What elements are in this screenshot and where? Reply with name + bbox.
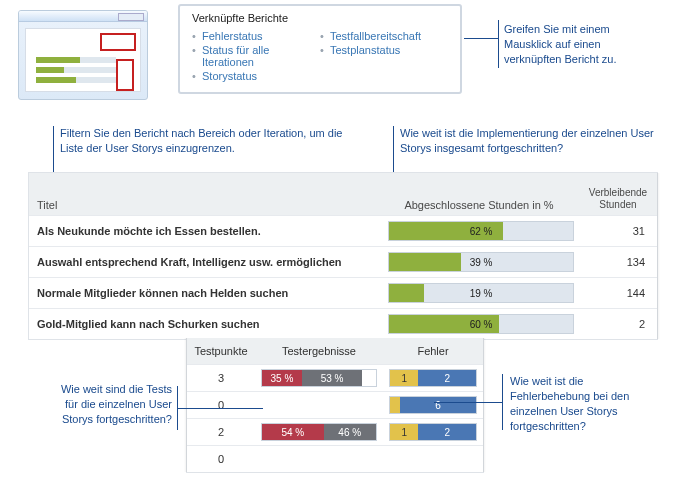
bug-bar: 12 [389,423,477,441]
story-table-header: Titel Abgeschlossene Stunden in % Verble… [29,173,657,215]
linked-report-link[interactable]: Testplanstatus [320,44,448,56]
highlight-table-icon [116,59,134,91]
test-row: 06 [187,391,483,418]
bug-seg [390,397,400,413]
test-points: 0 [187,399,255,411]
story-row: Als Neukunde möchte ich Essen bestellen.… [29,215,657,246]
story-table: Titel Abgeschlossene Stunden in % Verble… [28,172,658,340]
callout-filter: Filtern Sie den Bericht nach Bereich ode… [60,126,360,156]
story-remaining: 134 [580,256,657,268]
test-points: 0 [187,453,255,465]
bugs-cell: 12 [383,423,483,441]
story-pct-cell: 62 % [382,221,580,241]
linked-report-link[interactable]: Testfallbereitschaft [320,30,448,42]
window-body [25,28,141,92]
window-titlebar [19,11,147,22]
lead-line [434,402,502,403]
test-results-cell: 54 %46 % [255,423,383,441]
callout-bugs: Wie weit ist die Fehlerbehebung bei den … [510,374,656,433]
bug-bar: 12 [389,369,477,387]
lead-line [502,374,503,430]
test-points: 2 [187,426,255,438]
story-title: Auswahl entsprechend Kraft, Intelligenz … [29,256,382,268]
story-pct-cell: 19 % [382,283,580,303]
progress-label: 60 % [389,315,573,333]
progress-label: 19 % [389,284,573,302]
linked-report-link[interactable]: Status für alle Iterationen [192,44,320,68]
bug-seg: 2 [418,370,476,386]
test-result-seg: 46 % [324,424,376,440]
story-title: Als Neukunde möchte ich Essen bestellen. [29,225,382,237]
bug-seg: 1 [390,424,418,440]
test-results-cell: 35 %53 % [255,369,383,387]
test-table: Testpunkte Testergebnisse Fehler 335 %53… [186,338,484,473]
story-remaining: 31 [580,225,657,237]
test-row: 335 %53 %12 [187,364,483,391]
test-result-seg: 35 % [262,370,302,386]
bug-bar: 6 [389,396,477,414]
bugs-cell: 6 [383,396,483,414]
test-points: 3 [187,372,255,384]
linked-report-link[interactable]: Storystatus [192,70,320,82]
col-bugs: Fehler [383,345,483,357]
linked-reports-right: Testfallbereitschaft Testplanstatus [320,28,448,84]
progress-bar: 39 % [388,252,574,272]
window-controls-icon [118,13,144,21]
test-result-bar: 54 %46 % [261,423,377,441]
story-pct-cell: 60 % [382,314,580,334]
test-result-bar: 35 %53 % [261,369,377,387]
callout-progress: Wie weit ist die Implementierung der ein… [400,126,660,156]
highlight-links-icon [100,33,136,51]
lead-line [498,20,499,68]
lead-line [464,38,498,39]
col-title: Titel [29,195,379,215]
linked-reports-title: Verknüpfte Berichte [192,12,448,24]
linked-reports-box: Verknüpfte Berichte Fehlerstatus Status … [178,4,462,94]
story-remaining: 2 [580,318,657,330]
test-row: 254 %46 %12 [187,418,483,445]
story-row: Auswahl entsprechend Kraft, Intelligenz … [29,246,657,277]
story-row: Normale Mitglieder können nach Helden su… [29,277,657,308]
progress-label: 62 % [389,222,573,240]
callout-access: Greifen Sie mit einem Mausklick auf eine… [504,22,654,67]
story-title: Gold-Mitglied kann nach Schurken suchen [29,318,382,330]
callout-tests: Wie weit sind die Tests für die einzelne… [54,382,172,427]
story-pct-cell: 39 % [382,252,580,272]
story-title: Normale Mitglieder können nach Helden su… [29,287,382,299]
story-row: Gold-Mitglied kann nach Schurken suchen6… [29,308,657,339]
progress-bar: 62 % [388,221,574,241]
test-table-header: Testpunkte Testergebnisse Fehler [187,338,483,364]
col-testpoints: Testpunkte [187,345,255,357]
bug-seg: 2 [418,424,476,440]
linked-reports-left: Fehlerstatus Status für alle Iterationen… [192,28,320,84]
bug-seg: 1 [390,370,418,386]
progress-label: 39 % [389,253,573,271]
test-result-seg: 54 % [262,424,324,440]
bugs-cell: 12 [383,369,483,387]
report-window-thumbnail [18,10,148,100]
story-remaining: 144 [580,287,657,299]
test-row: 0 [187,445,483,472]
col-pct: Abgeschlossene Stunden in % [379,195,579,215]
lead-line [177,408,263,409]
mini-bars [36,57,116,87]
bug-seg: 6 [400,397,476,413]
linked-report-link[interactable]: Fehlerstatus [192,30,320,42]
progress-bar: 60 % [388,314,574,334]
progress-bar: 19 % [388,283,574,303]
col-remaining: Verbleibende Stunden [579,183,657,215]
test-result-seg: 53 % [302,370,362,386]
col-testresults: Testergebnisse [255,345,383,357]
